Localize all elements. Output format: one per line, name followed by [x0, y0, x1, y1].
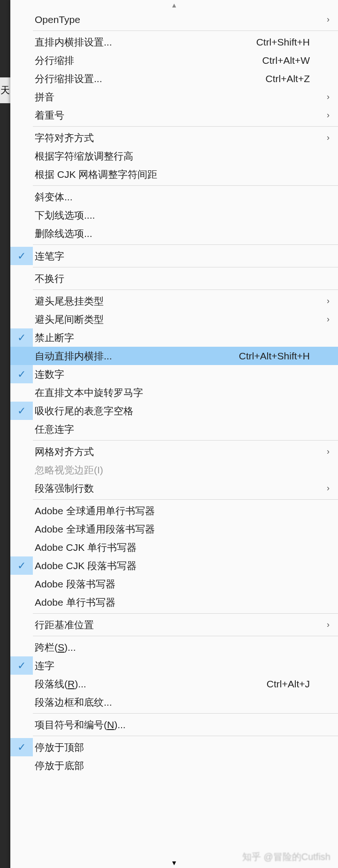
submenu-chevron-icon: › [320, 620, 330, 630]
menu-item-label: Adobe CJK 段落书写器 [33, 559, 320, 572]
panel-tab-fragment: 天 [0, 77, 10, 103]
menu-item[interactable]: 字符对齐方式› [10, 129, 338, 147]
menu-item[interactable]: 拼音› [10, 88, 338, 106]
menu-item-label: 分行缩排设置... [33, 72, 265, 85]
menu-separator [33, 440, 338, 441]
menu-item-label: 停放于底部 [33, 759, 320, 772]
menu-item[interactable]: 跨栏(S)... [10, 638, 338, 656]
submenu-chevron-icon: › [320, 447, 330, 457]
menu-item[interactable]: 分行缩排设置...Ctrl+Alt+Z [10, 69, 338, 88]
checkmark-icon: ✓ [10, 556, 33, 575]
menu-item[interactable]: 项目符号和编号(N)... [10, 716, 338, 734]
menu-item[interactable]: 自动直排内横排...Ctrl+Alt+Shift+H [10, 347, 338, 365]
menu-item-label: 斜变体... [33, 190, 320, 204]
menu-separator [33, 30, 338, 31]
menu-item[interactable]: 删除线选项... [10, 224, 338, 243]
menu-item-label: 不换行 [33, 272, 320, 285]
menu-item-label: Adobe 全球通用单行书写器 [33, 504, 320, 518]
menu-item-label: 忽略视觉边距(I) [33, 464, 320, 477]
menu-item[interactable]: 分行缩排Ctrl+Alt+W [10, 51, 338, 69]
menu-item[interactable]: 根据 CJK 网格调整字符间距 [10, 165, 338, 183]
menu-item-label: 避头尾间断类型 [33, 313, 320, 326]
menu-item[interactable]: 根据字符缩放调整行高 [10, 147, 338, 165]
menu-item[interactable]: 停放于底部 [10, 756, 338, 775]
menu-item[interactable]: 网格对齐方式› [10, 442, 338, 461]
checkmark-icon: ✓ [10, 656, 33, 675]
menu-item-label: 根据字符缩放调整行高 [33, 150, 320, 163]
menu-item-shortcut: Ctrl+Alt+W [262, 55, 320, 66]
menu-item-shortcut: Ctrl+Alt+Shift+H [239, 350, 320, 362]
menu-item[interactable]: ✓连数字 [10, 365, 338, 383]
menu-separator [33, 736, 338, 736]
menu-separator [33, 267, 338, 267]
menu-item[interactable]: 下划线选项.... [10, 206, 338, 224]
menu-item[interactable]: ✓连笔字 [10, 247, 338, 265]
menu-item-shortcut: Ctrl+Alt+J [267, 678, 320, 690]
menu-item[interactable]: Adobe 单行书写器 [10, 593, 338, 611]
menu-separator [33, 126, 338, 127]
menu-item-label: Adobe 段落书写器 [33, 578, 320, 591]
menu-item[interactable]: Adobe 段落书写器 [10, 575, 338, 593]
menu-item[interactable]: 段落强制行数› [10, 479, 338, 497]
submenu-chevron-icon: › [320, 15, 330, 24]
checkmark-icon: ✓ [10, 328, 33, 347]
menu-item-label: 在直排文本中旋转罗马字 [33, 386, 320, 399]
menu-item-label: 着重号 [33, 109, 320, 122]
menu-item: 忽略视觉边距(I) [10, 461, 338, 479]
menu-item-label: 直排内横排设置... [33, 36, 256, 49]
checkmark-icon: ✓ [10, 402, 33, 420]
menu-item[interactable]: 斜变体... [10, 188, 338, 206]
menu-item[interactable]: OpenType› [10, 10, 338, 29]
menu-separator [33, 244, 338, 245]
menu-item[interactable]: ✓吸收行尾的表意字空格 [10, 402, 338, 420]
menu-item-label: 项目符号和编号(N)... [33, 718, 320, 731]
submenu-chevron-icon: › [320, 296, 330, 306]
menu-item[interactable]: Adobe CJK 单行书写器 [10, 538, 338, 556]
menu-item-label: 连字 [33, 659, 320, 672]
menu-item-label: 分行缩排 [33, 54, 262, 67]
submenu-chevron-icon: › [320, 110, 330, 120]
app-background-left [0, 0, 10, 868]
menu-separator [33, 499, 338, 500]
menu-scroll-up-arrow[interactable] [10, 0, 338, 10]
menu-item-label: 下划线选项.... [33, 209, 320, 222]
checkmark-icon: ✓ [10, 247, 33, 265]
menu-item-label: Adobe 全球通用段落书写器 [33, 523, 320, 536]
menu-item-label: Adobe 单行书写器 [33, 596, 320, 609]
menu-item[interactable]: 不换行 [10, 269, 338, 288]
menu-item-label: 避头尾悬挂类型 [33, 295, 320, 308]
menu-item[interactable]: Adobe 全球通用段落书写器 [10, 520, 338, 538]
menu-item[interactable]: 段落边框和底纹... [10, 693, 338, 711]
menu-item[interactable]: ✓连字 [10, 656, 338, 675]
menu-item-label: 自动直排内横排... [33, 350, 239, 363]
menu-item[interactable]: 任意连字 [10, 420, 338, 438]
menu-item-label: 任意连字 [33, 423, 320, 436]
menu-item[interactable]: 在直排文本中旋转罗马字 [10, 383, 338, 402]
menu-item-label: 连笔字 [33, 250, 320, 263]
menu-item-label: 网格对齐方式 [33, 445, 320, 458]
menu-item[interactable]: ✓Adobe CJK 段落书写器 [10, 556, 338, 575]
menu-item[interactable]: 着重号› [10, 106, 338, 124]
menu-item[interactable]: Adobe 全球通用单行书写器 [10, 502, 338, 520]
menu-item-label: 字符对齐方式 [33, 131, 320, 145]
menu-item[interactable]: ✓禁止断字 [10, 328, 338, 347]
menu-item[interactable]: 直排内横排设置...Ctrl+Shift+H [10, 33, 338, 51]
menu-item[interactable]: 避头尾悬挂类型› [10, 292, 338, 310]
menu-item-label: 拼音 [33, 91, 320, 104]
menu-item[interactable]: 避头尾间断类型› [10, 310, 338, 328]
menu-item[interactable]: 行距基准位置› [10, 616, 338, 634]
menu-items-container: OpenType›直排内横排设置...Ctrl+Shift+H分行缩排Ctrl+… [10, 10, 338, 858]
menu-item-label: 根据 CJK 网格调整字符间距 [33, 168, 320, 181]
menu-item-shortcut: Ctrl+Alt+Z [265, 73, 320, 84]
checkmark-icon: ✓ [10, 365, 33, 383]
menu-item-label: 行距基准位置 [33, 618, 320, 632]
checkmark-icon: ✓ [10, 738, 33, 756]
menu-item-label: 删除线选项... [33, 227, 320, 240]
menu-item[interactable]: 段落线(R)...Ctrl+Alt+J [10, 675, 338, 693]
menu-item[interactable]: ✓停放于顶部 [10, 738, 338, 756]
watermark-text: 知乎 @冒险的Cutfish [242, 851, 330, 863]
paragraph-panel-flyout-menu: OpenType›直排内横排设置...Ctrl+Shift+H分行缩排Ctrl+… [10, 0, 338, 868]
menu-item-label: 段落线(R)... [33, 678, 267, 691]
menu-separator [33, 636, 338, 636]
menu-item-label: OpenType [33, 14, 320, 25]
